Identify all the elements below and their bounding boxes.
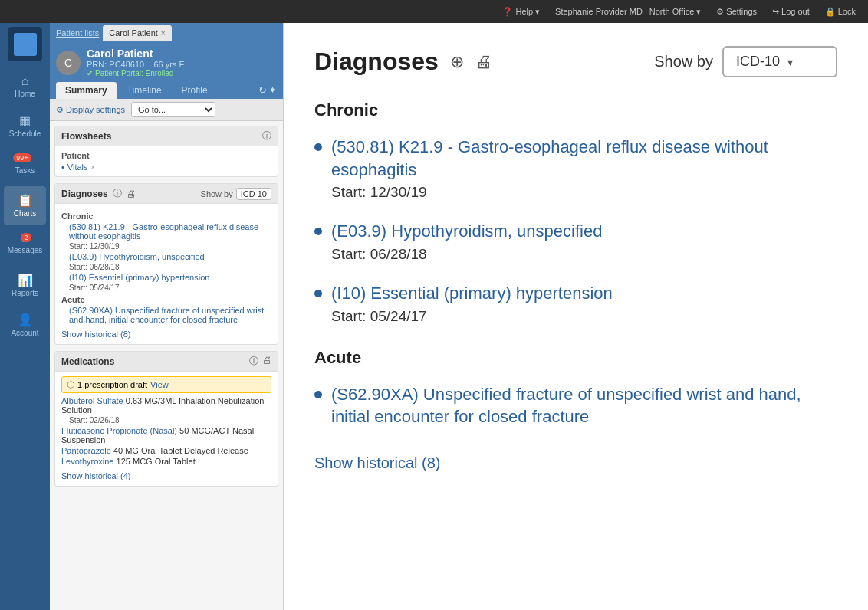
detail-item-htn: (I10) Essential (primary) hypertension S… — [314, 282, 837, 325]
diagnoses-detail-title: Diagnoses — [314, 48, 439, 76]
detail-date-hypo: Start: 06/28/18 — [331, 246, 427, 262]
detail-chronic-list: (530.81) K21.9 - Gastro-esophageal reflu… — [314, 136, 837, 325]
detail-show-by-label: Show by — [654, 53, 713, 71]
diagnoses-print-icon[interactable]: 🖨 — [127, 189, 136, 199]
flowsheets-header: Flowsheets ⓘ — [55, 126, 278, 146]
goto-dropdown[interactable]: Go to... Diagnoses Medications Vitals Al… — [131, 102, 215, 117]
show-historical-medications[interactable]: Show historical (4) — [61, 471, 130, 480]
tab-timeline[interactable]: Timeline — [118, 82, 171, 99]
avatar: C — [56, 51, 81, 75]
messages-badge: 2 — [21, 233, 31, 242]
main-area: Patient lists Carol Patient × C Carol Pa… — [50, 23, 868, 610]
medications-print-icon[interactable]: 🖨 — [262, 355, 271, 368]
lock-button[interactable]: 🔒 Lock — [820, 5, 860, 18]
show-historical-diagnoses[interactable]: Show historical (8) — [61, 330, 130, 339]
portal-check-icon: ✔ — [87, 69, 93, 77]
detail-link-hypo[interactable]: (E03.9) Hypothyroidism, unspecified — [331, 220, 602, 243]
icd10-dropdown[interactable]: ICD-10 ▾ — [722, 46, 837, 77]
diag-item-hypo: (E03.9) Hypothyroidism, unspecified — [61, 252, 271, 261]
patient-sub-tabs: Summary Timeline Profile ↻ ✦ — [50, 82, 283, 99]
medications-info-icon[interactable]: ⓘ — [249, 355, 258, 368]
detail-chronic-title: Chronic — [314, 100, 837, 120]
print-diagnoses-icon[interactable]: 🖨 — [475, 52, 492, 72]
bullet-htn — [314, 290, 322, 297]
help-menu[interactable]: ❓ Help ▾ — [498, 5, 544, 18]
diag-acute-label: Acute — [61, 295, 271, 304]
diag-item-gerd: (530.81) K21.9 - Gastro-esophageal reflu… — [61, 222, 271, 241]
settings-gear-icon: ⚙ — [56, 105, 64, 115]
top-nav-bar: ❓ Help ▾ Stephanie Provider MD | North O… — [0, 0, 868, 23]
diag-item-fracture: (S62.90XA) Unspecified fracture of unspe… — [61, 306, 271, 324]
display-settings-button[interactable]: ⚙ Display settings — [56, 105, 125, 115]
patient-tab-carol[interactable]: Carol Patient × — [103, 25, 171, 41]
tab-profile[interactable]: Profile — [173, 82, 217, 99]
med-item-pantoprazole: Pantoprazole 40 MG Oral Tablet Delayed R… — [61, 446, 271, 455]
detail-acute-title: Acute — [314, 348, 837, 368]
sidebar-item-messages[interactable]: ✉ 2 Messages — [4, 226, 46, 264]
flowsheets-title: Flowsheets — [61, 131, 111, 142]
sidebar-item-account[interactable]: 👤 Account — [4, 306, 46, 344]
detail-link-fracture[interactable]: (S62.90XA) Unspecified fracture of unspe… — [331, 383, 837, 428]
diag-date-hypo: Start: 06/28/18 — [61, 263, 271, 271]
patient-lists-link[interactable]: Patient lists — [56, 28, 99, 38]
sidebar-item-home[interactable]: ⌂ Home — [4, 67, 46, 105]
diag-link-gerd[interactable]: (530.81) K21.9 - Gastro-esophageal reflu… — [69, 222, 258, 241]
help-chevron-icon: ▾ — [535, 7, 540, 17]
detail-show-historical[interactable]: Show historical (8) — [314, 454, 837, 472]
remove-vitals-icon[interactable]: × — [91, 163, 96, 172]
tab-summary[interactable]: Summary — [56, 82, 117, 99]
vitals-flowsheet-item[interactable]: • Vitals × — [61, 162, 271, 172]
connect-icon[interactable]: ✦ — [268, 84, 277, 99]
sidebar-item-reports[interactable]: 📊 Reports — [4, 266, 46, 304]
detail-link-gerd[interactable]: (530.81) K21.9 - Gastro-esophageal reflu… — [331, 136, 837, 181]
diag-link-htn[interactable]: (I10) Essential (primary) hypertension — [69, 273, 209, 282]
diag-date-gerd: Start: 12/30/19 — [61, 242, 271, 251]
diagnoses-header: Diagnoses ⓘ 🖨 Show by ICD 10 — [55, 184, 278, 204]
medications-header: Medications ⓘ 🖨 — [55, 352, 278, 372]
patient-header: C Carol Patient PRN: PC48610 66 yrs F ✔ … — [50, 43, 283, 82]
diag-link-hypo[interactable]: (E03.9) Hypothyroidism, unspecified — [69, 252, 205, 261]
sync-icon[interactable]: ↻ — [258, 84, 267, 99]
diagnoses-title: Diagnoses — [61, 189, 108, 199]
close-patient-tab-icon[interactable]: × — [161, 29, 166, 38]
account-icon: 👤 — [18, 313, 33, 327]
patient-content: Flowsheets ⓘ Patient • Vitals × — [50, 121, 283, 610]
diag-link-fracture[interactable]: (S62.90XA) Unspecified fracture of unspe… — [69, 306, 264, 324]
flowsheets-patient-label: Patient — [61, 151, 271, 160]
settings-button[interactable]: ⚙ Settings — [712, 5, 761, 18]
flowsheets-info-icon[interactable]: ⓘ — [262, 130, 271, 143]
diag-chronic-label: Chronic — [61, 212, 271, 221]
patient-panel: Patient lists Carol Patient × C Carol Pa… — [50, 23, 284, 610]
app-logo[interactable] — [8, 27, 42, 61]
med-link-albuterol[interactable]: Albuterol Sulfate — [61, 396, 123, 405]
user-menu[interactable]: Stephanie Provider MD | North Office ▾ — [551, 5, 705, 18]
view-draft-link[interactable]: View — [150, 380, 169, 389]
patient-name: Carol Patient — [87, 48, 184, 60]
diagnoses-info-icon[interactable]: ⓘ — [113, 187, 122, 200]
bullet-fracture — [314, 391, 322, 398]
detail-acute-list: (S62.90XA) Unspecified fracture of unspe… — [314, 383, 837, 431]
logout-icon: ↪ — [772, 7, 779, 17]
diag-date-htn: Start: 05/24/17 — [61, 284, 271, 292]
med-link-levothyroxine[interactable]: Levothyroxine — [61, 457, 114, 466]
med-item-albuterol: Albuterol Sulfate 0.63 MG/3ML Inhalation… — [61, 396, 271, 415]
med-item-levothyroxine: Levothyroxine 125 MCG Oral Tablet — [61, 457, 271, 466]
med-item-fluticasone: Fluticasone Propionate (Nasal) 50 MCG/AC… — [61, 426, 271, 444]
bullet-hypo — [314, 228, 322, 235]
detail-item-fracture: (S62.90XA) Unspecified fracture of unspe… — [314, 383, 837, 431]
sidebar-item-charts[interactable]: 📋 Charts — [4, 186, 46, 225]
charts-icon: 📋 — [18, 193, 33, 208]
diagnoses-detail-header: Diagnoses ⊕ 🖨 Show by ICD-10 ▾ — [314, 46, 837, 77]
sidebar-item-tasks[interactable]: ✓ 99+ Tasks — [4, 146, 46, 185]
logout-button[interactable]: ↪ Log out — [768, 5, 814, 18]
med-link-fluticasone[interactable]: Fluticasone Propionate (Nasal) — [61, 426, 177, 435]
diag-item-htn: (I10) Essential (primary) hypertension — [61, 273, 271, 282]
med-link-pantoprazole[interactable]: Pantoprazole — [61, 446, 111, 455]
detail-date-htn: Start: 05/24/17 — [331, 308, 427, 324]
schedule-icon: ▦ — [19, 113, 31, 128]
left-sidebar: ⌂ Home ▦ Schedule ✓ 99+ Tasks 📋 Charts ✉… — [0, 23, 50, 610]
detail-link-htn[interactable]: (I10) Essential (primary) hypertension — [331, 282, 613, 305]
sidebar-item-schedule[interactable]: ▦ Schedule — [4, 107, 46, 145]
add-diagnosis-icon[interactable]: ⊕ — [450, 52, 464, 72]
lock-icon: 🔒 — [825, 7, 836, 17]
